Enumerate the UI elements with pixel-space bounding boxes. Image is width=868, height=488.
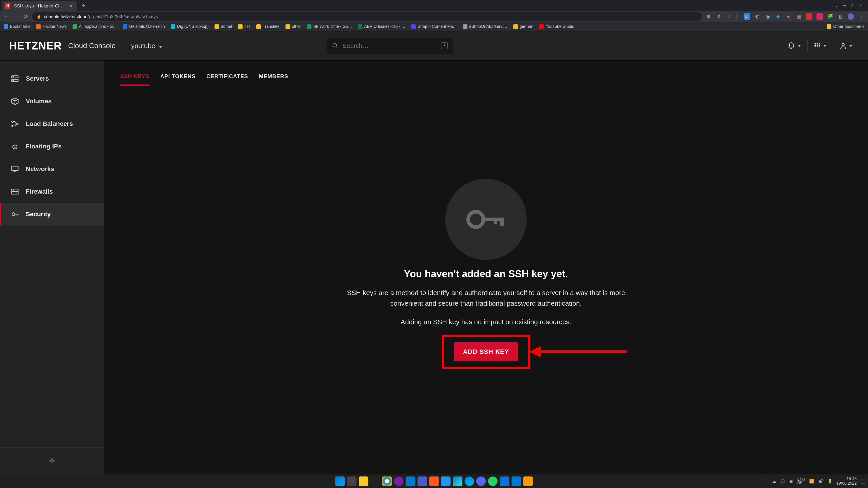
notifications-button[interactable] xyxy=(781,39,807,53)
pin-icon xyxy=(48,457,56,465)
bookmark-item[interactable]: eShopOnAbp/servi… xyxy=(463,24,507,29)
tray-headset-icon[interactable]: 🎧 xyxy=(780,479,785,484)
tray-volume-icon[interactable]: 🔊 xyxy=(818,479,823,484)
discord-icon[interactable] xyxy=(476,477,486,486)
task-view-icon[interactable] xyxy=(347,477,356,486)
app-orange-icon[interactable] xyxy=(429,477,439,486)
bookmark-item[interactable]: Translate xyxy=(256,24,279,29)
account-button[interactable] xyxy=(833,39,859,53)
whatsapp-icon[interactable] xyxy=(488,477,498,486)
ext-pink-icon[interactable] xyxy=(816,13,823,20)
add-ssh-key-button[interactable]: ADD SSH KEY xyxy=(454,342,518,361)
search-input[interactable] xyxy=(342,42,437,50)
bookmark-item[interactable]: Strapi - Content Ma… xyxy=(411,24,457,29)
app-msft-icon[interactable] xyxy=(512,477,521,486)
chrome-icon[interactable] xyxy=(382,477,392,486)
svg-point-12 xyxy=(13,80,13,81)
nav-forward-icon[interactable]: → xyxy=(13,13,20,20)
bookmark-item[interactable]: Geizhals Österreich xyxy=(123,24,165,29)
app-blue-icon[interactable] xyxy=(441,477,451,486)
bookmark-item[interactable]: Hacker News xyxy=(36,24,67,29)
bookmark-icon xyxy=(358,24,362,29)
tray-wifi-icon[interactable]: 📶 xyxy=(809,479,814,484)
sidebar-item-volumes[interactable]: Volumes xyxy=(0,90,104,112)
sidebar-item-firewalls[interactable]: Firewalls xyxy=(0,180,104,203)
vscode-icon[interactable] xyxy=(406,477,415,486)
annotation-arrow-icon xyxy=(529,344,629,360)
share-icon[interactable]: ⇪ xyxy=(716,13,722,20)
terminal-icon[interactable] xyxy=(370,477,380,486)
bookmark-item[interactable]: dotnet xyxy=(215,24,232,29)
profile-avatar-icon[interactable] xyxy=(848,13,854,20)
bookmark-item[interactable]: Dig (DNS lookup) xyxy=(170,24,209,29)
windows-start-icon[interactable] xyxy=(335,477,345,486)
window-close-icon[interactable]: × xyxy=(857,2,864,9)
new-tab-button[interactable]: + xyxy=(80,2,88,9)
ext-linkedin-icon[interactable]: LI xyxy=(744,13,750,20)
bookmark-label: All applications - G… xyxy=(79,24,117,29)
tray-battery-icon[interactable]: 🔋 xyxy=(827,479,832,484)
sidebar-item-networks[interactable]: Networks xyxy=(0,158,104,180)
window-minimize-icon[interactable]: ― xyxy=(841,2,848,9)
extensions-icon[interactable]: 🧩 xyxy=(827,13,833,20)
other-bookmarks-label: Other bookmarks xyxy=(833,24,864,29)
sidepanel-icon[interactable]: ◧ xyxy=(837,13,844,20)
ext-red-icon[interactable] xyxy=(806,13,812,20)
hetzner-logo[interactable]: HETZNER xyxy=(9,39,62,52)
paint-icon[interactable] xyxy=(453,477,462,486)
nav-back-icon[interactable]: ← xyxy=(4,13,10,20)
project-selector[interactable]: youtube xyxy=(131,42,162,50)
app-purple-icon[interactable] xyxy=(394,477,403,486)
window-maximize-icon[interactable]: ▢ xyxy=(849,2,856,9)
bookmark-item[interactable]: other xyxy=(285,24,301,29)
teams-icon[interactable] xyxy=(417,477,427,486)
ext-misc-icon[interactable]: ▦ xyxy=(796,13,802,20)
sidebar-item-floating-ips[interactable]: Floating IPs xyxy=(0,135,104,158)
svg-point-13 xyxy=(12,121,13,122)
bookmark-item[interactable]: Bookmarks xyxy=(4,24,30,29)
bookmark-label: dotnet xyxy=(221,24,232,29)
tab-close-icon[interactable]: × xyxy=(70,3,72,8)
nav-reload-icon[interactable]: ⟳ xyxy=(23,13,29,20)
outlook-icon[interactable] xyxy=(500,477,509,486)
svg-point-19 xyxy=(468,212,484,227)
sidebar-item-servers[interactable]: Servers xyxy=(0,67,104,90)
ext-shield-icon[interactable]: ◆ xyxy=(775,13,781,20)
tray-clock[interactable]: 15:48 19/06/2022 xyxy=(836,477,857,486)
bookmark-label: Bookmarks xyxy=(10,24,30,29)
tray-notification-icon[interactable] xyxy=(861,479,865,484)
global-search[interactable]: / xyxy=(327,38,453,54)
ext-circle-2-icon[interactable]: ◉ xyxy=(765,13,771,20)
bookmark-item[interactable]: All applications - G… xyxy=(72,24,117,29)
kebab-menu-icon[interactable]: ⋮ xyxy=(858,13,864,20)
empty-state-icon-circle xyxy=(445,179,527,260)
chevron-down-icon xyxy=(159,42,162,50)
other-bookmarks[interactable]: Other bookmarks xyxy=(827,24,864,29)
tray-gpu-icon[interactable]: ▣ xyxy=(789,479,793,484)
bookmark-item[interactable]: ABPIO Issues.xlsx - … xyxy=(358,24,405,29)
taskbar-apps xyxy=(335,477,533,486)
edge-icon[interactable] xyxy=(465,477,474,486)
sidebar-item-security[interactable]: Security xyxy=(0,203,104,225)
sidebar-item-load-balancers[interactable]: Load Balancers xyxy=(0,112,104,135)
bookmark-item[interactable]: YouTube Studio xyxy=(539,24,575,29)
star-icon[interactable]: ☆ xyxy=(726,13,733,20)
file-explorer-icon[interactable] xyxy=(359,477,368,486)
ext-orange-icon[interactable]: ● xyxy=(785,13,792,20)
tray-language[interactable]: ENG DE xyxy=(797,478,805,485)
ext-circle-1-icon[interactable]: ◐ xyxy=(754,13,761,20)
bookmark-item[interactable]: css xyxy=(238,24,250,29)
apps-button[interactable] xyxy=(808,39,833,53)
servers-icon xyxy=(10,74,20,83)
tray-cloud-icon[interactable]: ☁ xyxy=(772,479,776,484)
chevron-down-icon[interactable]: ⌄ xyxy=(833,2,840,9)
browser-tab[interactable]: H SSH keys - Hetzner Cloud × xyxy=(2,1,77,11)
zoom-icon[interactable]: ⊕ xyxy=(705,13,712,20)
tray-chevron-icon[interactable]: ˄ xyxy=(766,479,768,484)
sidebar-pin-button[interactable] xyxy=(0,447,104,475)
bookmark-item[interactable]: SF Work Time - Go… xyxy=(307,24,352,29)
lock-icon: 🔒 xyxy=(37,14,41,19)
bookmark-item[interactable]: german xyxy=(513,24,533,29)
url-input[interactable]: 🔒 console.hetzner.cloud/projects/1532348… xyxy=(32,12,702,21)
app-amber-icon[interactable] xyxy=(523,477,533,486)
